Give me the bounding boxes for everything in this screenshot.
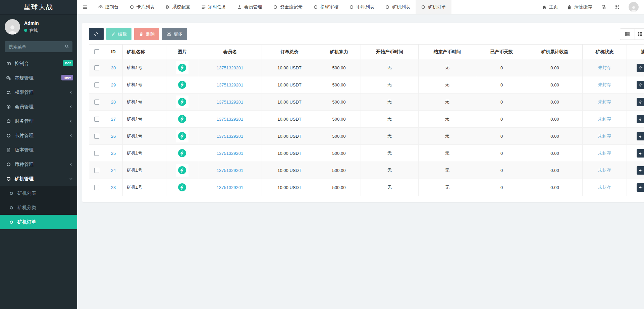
- status-link[interactable]: 未封存: [598, 116, 611, 121]
- status-link[interactable]: 未封存: [598, 168, 611, 173]
- fullscreen-icon[interactable]: [615, 5, 620, 10]
- docs-icon[interactable]: [601, 5, 606, 10]
- tab-8[interactable]: 矿机列表: [380, 0, 416, 14]
- sidebar-item-0[interactable]: 控制台 hot: [0, 56, 77, 71]
- member-link[interactable]: 13751329201: [217, 151, 244, 156]
- tab-7[interactable]: 币种列表: [344, 0, 380, 14]
- row-id-link[interactable]: 29: [111, 82, 116, 87]
- row-checkbox[interactable]: [94, 134, 99, 139]
- row-checkbox[interactable]: [94, 117, 99, 122]
- bolt-circle-icon[interactable]: [176, 78, 189, 91]
- row-id-link[interactable]: 26: [111, 134, 116, 139]
- search-input[interactable]: [5, 41, 72, 52]
- more-button[interactable]: 更多: [162, 28, 187, 40]
- row-id-link[interactable]: 27: [111, 117, 116, 122]
- sidebar-item-4[interactable]: 财务管理: [0, 114, 77, 128]
- row-id-link[interactable]: 30: [111, 65, 116, 70]
- select-all-checkbox[interactable]: [94, 49, 99, 54]
- app-window: 星球大战 Admin 在线 控制台 hot 常规管理 new: [0, 0, 644, 309]
- tab-4[interactable]: 会员管理: [232, 0, 268, 14]
- row-checkbox[interactable]: [94, 185, 99, 190]
- move-button[interactable]: [637, 98, 644, 106]
- edit-button[interactable]: 编辑: [106, 28, 131, 40]
- member-link[interactable]: 13751329201: [217, 65, 244, 70]
- row-checkbox[interactable]: [94, 82, 99, 87]
- status-link[interactable]: 未封存: [598, 150, 611, 156]
- column-header: 结束产币时间: [419, 45, 476, 59]
- row-id-link[interactable]: 23: [111, 185, 116, 190]
- bolt-circle-icon[interactable]: [176, 181, 189, 194]
- start-time: 无: [387, 65, 392, 70]
- row-checkbox[interactable]: [94, 168, 99, 173]
- member-link[interactable]: 13751329201: [217, 185, 244, 190]
- move-button[interactable]: [637, 81, 644, 89]
- circle-icon: [129, 5, 134, 9]
- sidebar-subitem-2[interactable]: 矿机订单: [0, 215, 77, 229]
- sidebar-item-7[interactable]: 币种管理: [0, 157, 77, 172]
- tab-3[interactable]: 定时任务: [196, 0, 232, 14]
- tab-5[interactable]: 资金流记录: [268, 0, 308, 14]
- bolt-circle-icon[interactable]: [176, 130, 189, 142]
- table-view-button[interactable]: [620, 28, 635, 40]
- total-profit: 0.00: [550, 134, 559, 139]
- tab-6[interactable]: 提现审核: [308, 0, 344, 14]
- move-button[interactable]: [637, 166, 644, 175]
- home-link[interactable]: 主页: [542, 4, 558, 10]
- move-button[interactable]: [637, 115, 644, 123]
- bolt-circle-icon[interactable]: [176, 113, 189, 125]
- status-link[interactable]: 未封存: [598, 185, 611, 190]
- home-icon: [542, 5, 547, 10]
- sidebar-item-8[interactable]: 矿机管理: [0, 172, 77, 186]
- status-link[interactable]: 未封存: [598, 82, 611, 87]
- member-link[interactable]: 13751329201: [217, 168, 244, 173]
- sidebar-item-3[interactable]: 会员管理: [0, 100, 77, 114]
- status-link[interactable]: 未封存: [598, 99, 611, 104]
- start-time: 无: [387, 185, 392, 190]
- status-link[interactable]: 未封存: [598, 65, 611, 70]
- sidebar-subitem-0[interactable]: 矿机列表: [0, 186, 77, 200]
- start-time: 无: [387, 116, 392, 121]
- move-button[interactable]: [637, 132, 644, 140]
- navbar-avatar[interactable]: [629, 2, 639, 12]
- bolt-circle-icon[interactable]: [176, 164, 189, 177]
- member-link[interactable]: 13751329201: [217, 82, 244, 87]
- row-checkbox[interactable]: [94, 151, 99, 156]
- bolt-circle-icon[interactable]: [176, 61, 189, 74]
- sidebar-item-6[interactable]: 版本管理: [0, 143, 77, 157]
- row-checkbox[interactable]: [94, 65, 99, 70]
- delete-button[interactable]: 删除: [134, 28, 159, 40]
- row-id-link[interactable]: 28: [111, 100, 116, 105]
- member-link[interactable]: 13751329201: [217, 134, 244, 139]
- status-link[interactable]: 未封存: [598, 133, 611, 138]
- member-link[interactable]: 13751329201: [217, 100, 244, 105]
- sidebar-subitem-1[interactable]: 矿机分类: [0, 200, 77, 215]
- columns-toggle-button[interactable]: [635, 28, 644, 40]
- move-button[interactable]: [637, 64, 644, 72]
- tab-0[interactable]: 控制台: [93, 0, 124, 14]
- move-button[interactable]: [637, 149, 644, 158]
- table-list-icon: [625, 32, 630, 37]
- search-icon[interactable]: [64, 44, 69, 49]
- row-id-link[interactable]: 24: [111, 168, 116, 173]
- sidebar-item-5[interactable]: 卡片管理: [0, 128, 77, 143]
- move-button[interactable]: [637, 183, 644, 192]
- bolt-circle-icon[interactable]: [176, 147, 189, 160]
- tab-2[interactable]: 系统配置: [160, 0, 196, 14]
- bolt-circle-icon[interactable]: [176, 96, 189, 108]
- member-link[interactable]: 13751329201: [217, 117, 244, 122]
- tab-9[interactable]: 矿机订单: [416, 0, 451, 14]
- hamburger-icon[interactable]: [77, 0, 93, 14]
- sidebar: 星球大战 Admin 在线 控制台 hot 常规管理 new: [0, 0, 77, 309]
- sidebar-item-2[interactable]: 权限管理: [0, 85, 77, 100]
- miner-power: 500.00: [332, 117, 346, 122]
- tab-1[interactable]: 卡片列表: [124, 0, 160, 14]
- order-total: 10.00 USDT: [277, 168, 302, 173]
- miner-name: 矿机1号: [127, 150, 142, 156]
- sidebar-item-1[interactable]: 常规管理 new: [0, 71, 77, 85]
- clear-cache-link[interactable]: 清除缓存: [567, 4, 592, 10]
- row-id-link[interactable]: 25: [111, 151, 116, 156]
- column-header: 矿机状态: [583, 45, 627, 59]
- circle-icon: [313, 5, 318, 9]
- refresh-button[interactable]: [89, 28, 104, 40]
- row-checkbox[interactable]: [94, 100, 99, 105]
